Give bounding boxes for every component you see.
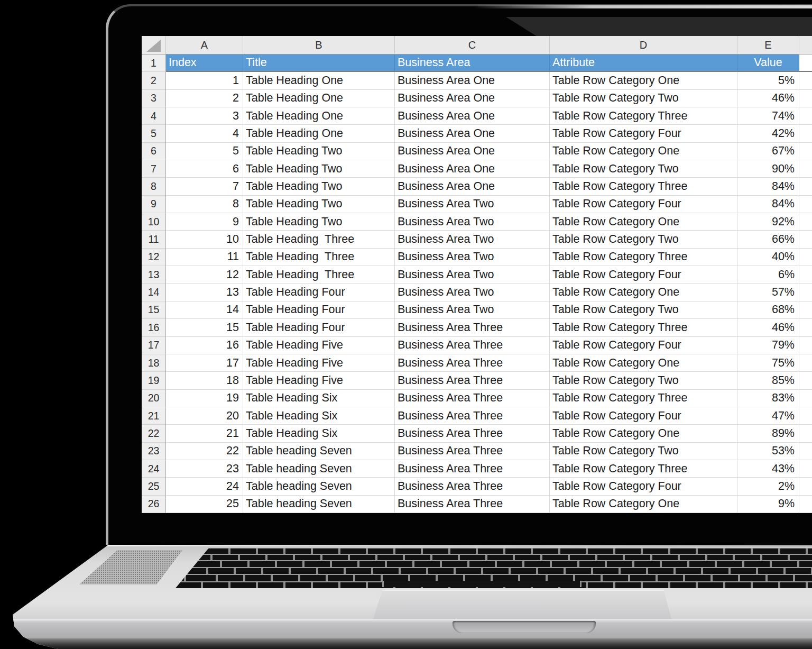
cell-attribute[interactable]: Table Row Category One [550, 143, 737, 160]
row-header[interactable]: 6 [142, 143, 166, 160]
row-header[interactable]: 16 [142, 319, 166, 336]
cell-title[interactable]: Table Heading Five [243, 372, 395, 389]
cell-empty[interactable] [799, 372, 812, 389]
cell-attribute[interactable]: Table Row Category Two [550, 443, 737, 460]
cell-value[interactable]: 67% [737, 143, 799, 160]
cell-empty[interactable] [799, 72, 812, 89]
cell-title[interactable]: Table Heading One [243, 90, 395, 107]
cell-business-area[interactable]: Business Area Three [395, 337, 550, 354]
cell-index[interactable]: 21 [166, 425, 243, 442]
cell-value[interactable]: 42% [737, 125, 799, 142]
cell-value[interactable]: 92% [737, 213, 799, 231]
row-header[interactable]: 2 [142, 72, 166, 89]
row-header[interactable]: 26 [142, 496, 166, 513]
cell-index[interactable]: 10 [166, 231, 243, 248]
cell-business-area[interactable]: Business Area One [395, 90, 550, 107]
cell-business-area[interactable]: Business Area One [395, 178, 550, 195]
cell-empty[interactable] [799, 496, 812, 513]
column-header[interactable]: C [395, 36, 550, 54]
cell-title[interactable]: Table heading Seven [243, 443, 395, 460]
cell-empty[interactable] [799, 249, 812, 266]
cell-index[interactable]: 8 [166, 196, 243, 213]
cell-business-area[interactable]: Business Area Three [395, 460, 550, 478]
row-header[interactable]: 13 [142, 266, 166, 284]
cell-value[interactable]: 53% [737, 443, 799, 460]
select-all-corner[interactable] [142, 36, 166, 54]
cell-index[interactable]: 20 [166, 407, 243, 425]
cell-attribute[interactable]: Table Row Category Four [550, 196, 737, 213]
cell-attribute[interactable]: Table Row Category Four [550, 337, 737, 354]
header-cell-cut[interactable] [799, 54, 812, 72]
header-cell-title[interactable]: Title [243, 54, 395, 72]
cell-value[interactable]: 90% [737, 160, 799, 178]
cell-attribute[interactable]: Table Row Category Two [550, 301, 737, 319]
cell-index[interactable]: 19 [166, 390, 243, 407]
cell-business-area[interactable]: Business Area One [395, 160, 550, 178]
row-header[interactable]: 24 [142, 460, 166, 478]
cell-index[interactable]: 1 [166, 72, 243, 89]
cell-index[interactable]: 12 [166, 266, 243, 284]
cell-attribute[interactable]: Table Row Category Two [550, 372, 737, 389]
cell-business-area[interactable]: Business Area Two [395, 266, 550, 284]
cell-value[interactable]: 40% [737, 249, 799, 266]
cell-business-area[interactable]: Business Area One [395, 143, 550, 160]
cell-index[interactable]: 4 [166, 125, 243, 142]
cell-title[interactable]: Table Heading One [243, 107, 395, 125]
cell-value[interactable]: 79% [737, 337, 799, 354]
cell-title[interactable]: Table Heading One [243, 72, 395, 89]
cell-index[interactable]: 9 [166, 213, 243, 231]
column-header[interactable]: A [166, 36, 243, 54]
row-header[interactable]: 21 [142, 407, 166, 425]
cell-attribute[interactable]: Table Row Category Three [550, 319, 737, 336]
cell-empty[interactable] [799, 425, 812, 442]
cell-business-area[interactable]: Business Area Three [395, 478, 550, 495]
cell-value[interactable]: 83% [737, 390, 799, 407]
cell-empty[interactable] [799, 266, 812, 284]
cell-value[interactable]: 85% [737, 372, 799, 389]
row-header[interactable]: 9 [142, 196, 166, 213]
cell-empty[interactable] [799, 478, 812, 495]
cell-attribute[interactable]: Table Row Category One [550, 72, 737, 89]
header-cell-attribute[interactable]: Attribute [550, 54, 737, 72]
row-header[interactable]: 18 [142, 354, 166, 372]
cell-value[interactable]: 66% [737, 231, 799, 248]
cell-index[interactable]: 25 [166, 496, 243, 513]
cell-value[interactable]: 75% [737, 354, 799, 372]
cell-value[interactable]: 89% [737, 425, 799, 442]
cell-attribute[interactable]: Table Row Category Three [550, 249, 737, 266]
row-header[interactable]: 4 [142, 107, 166, 125]
column-header[interactable]: D [550, 36, 737, 54]
cell-business-area[interactable]: Business Area Three [395, 425, 550, 442]
cell-value[interactable]: 84% [737, 178, 799, 195]
cell-empty[interactable] [799, 390, 812, 407]
cell-attribute[interactable]: Table Row Category One [550, 354, 737, 372]
cell-title[interactable]: Table Heading Two [243, 196, 395, 213]
cell-business-area[interactable]: Business Area One [395, 72, 550, 89]
cell-title[interactable]: Table Heading Two [243, 178, 395, 195]
cell-title[interactable]: Table Heading Three [243, 249, 395, 266]
cell-value[interactable]: 46% [737, 90, 799, 107]
cell-value[interactable]: 84% [737, 196, 799, 213]
cell-empty[interactable] [799, 231, 812, 248]
cell-index[interactable]: 18 [166, 372, 243, 389]
cell-title[interactable]: Table Heading Six [243, 390, 395, 407]
cell-index[interactable]: 16 [166, 337, 243, 354]
cell-empty[interactable] [799, 213, 812, 231]
cell-empty[interactable] [799, 107, 812, 125]
cell-title[interactable]: Table heading Seven [243, 496, 395, 513]
header-cell-business-area[interactable]: Business Area [395, 54, 550, 72]
cell-value[interactable]: 6% [737, 266, 799, 284]
cell-business-area[interactable]: Business Area Three [395, 354, 550, 372]
header-cell-value[interactable]: Value [737, 54, 799, 72]
row-header[interactable]: 11 [142, 231, 166, 248]
cell-index[interactable]: 5 [166, 143, 243, 160]
cell-title[interactable]: Table heading Seven [243, 478, 395, 495]
cell-business-area[interactable]: Business Area Two [395, 196, 550, 213]
row-header[interactable]: 3 [142, 90, 166, 107]
cell-title[interactable]: Table heading Seven [243, 460, 395, 478]
cell-value[interactable]: 2% [737, 478, 799, 495]
header-cell-index[interactable]: Index [166, 54, 243, 72]
cell-index[interactable]: 11 [166, 249, 243, 266]
row-header[interactable]: 22 [142, 425, 166, 442]
cell-attribute[interactable]: Table Row Category Three [550, 107, 737, 125]
